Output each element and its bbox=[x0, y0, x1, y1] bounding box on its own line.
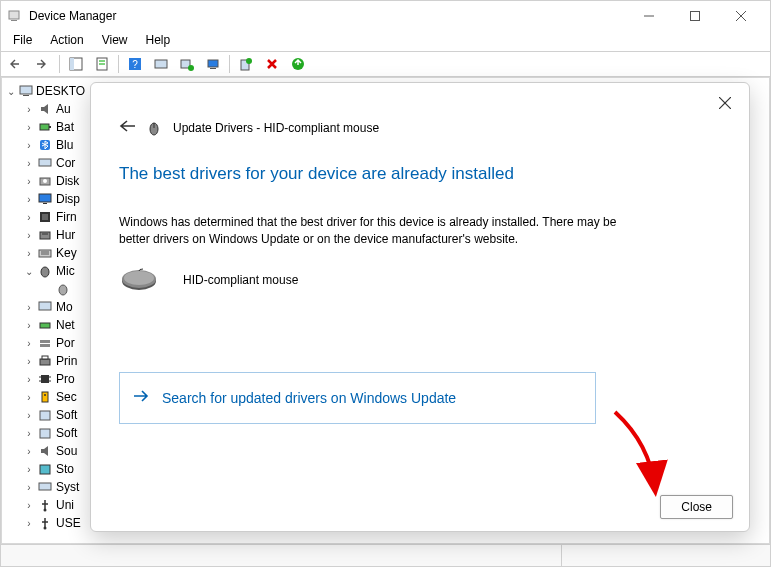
minimize-button[interactable] bbox=[626, 1, 672, 31]
chevron-icon[interactable]: › bbox=[24, 338, 34, 349]
chevron-icon[interactable]: › bbox=[24, 518, 34, 529]
chevron-icon[interactable]: › bbox=[24, 446, 34, 457]
tree-item-label: Sec bbox=[56, 390, 77, 404]
device-image-icon bbox=[119, 268, 159, 292]
svg-rect-41 bbox=[40, 323, 50, 328]
tree-item-label: Soft bbox=[56, 426, 77, 440]
svg-rect-24 bbox=[49, 126, 51, 128]
chevron-icon[interactable]: › bbox=[24, 158, 34, 169]
svg-rect-22 bbox=[23, 95, 29, 96]
svg-rect-30 bbox=[43, 203, 47, 204]
svg-point-39 bbox=[59, 285, 67, 295]
mouse-sub-icon bbox=[55, 281, 71, 297]
svg-rect-43 bbox=[40, 344, 50, 347]
chevron-icon[interactable]: › bbox=[24, 482, 34, 493]
chevron-icon[interactable]: › bbox=[24, 104, 34, 115]
network-icon bbox=[37, 317, 53, 333]
toolbar: ? bbox=[1, 51, 770, 77]
svg-rect-40 bbox=[39, 302, 51, 310]
forward-icon[interactable] bbox=[31, 53, 55, 75]
chevron-icon[interactable]: ⌄ bbox=[24, 266, 34, 277]
help-icon[interactable]: ? bbox=[123, 53, 147, 75]
security-icon bbox=[37, 389, 53, 405]
chevron-icon[interactable]: › bbox=[24, 122, 34, 133]
chevron-icon[interactable]: › bbox=[24, 140, 34, 151]
update-driver-icon[interactable] bbox=[201, 53, 225, 75]
battery-icon bbox=[37, 119, 53, 135]
chevron-icon[interactable]: › bbox=[24, 356, 34, 367]
device-name-label: HID-compliant mouse bbox=[183, 273, 298, 287]
svg-rect-3 bbox=[691, 12, 700, 21]
software2-icon bbox=[37, 425, 53, 441]
svg-rect-26 bbox=[39, 159, 51, 166]
windows-update-link[interactable]: Search for updated drivers on Windows Up… bbox=[119, 372, 596, 424]
usb2-icon bbox=[37, 515, 53, 531]
firmware-icon bbox=[37, 209, 53, 225]
menu-help[interactable]: Help bbox=[138, 31, 179, 51]
chevron-icon[interactable]: › bbox=[24, 410, 34, 421]
keyboard-icon bbox=[37, 245, 53, 261]
tree-item-label: Blu bbox=[56, 138, 73, 152]
app-icon bbox=[7, 8, 23, 24]
window-title: Device Manager bbox=[29, 9, 116, 23]
svg-rect-1 bbox=[11, 20, 17, 21]
disable-icon[interactable] bbox=[260, 53, 284, 75]
system-icon bbox=[37, 479, 53, 495]
tree-item-label: Firn bbox=[56, 210, 77, 224]
tree-item-label: Por bbox=[56, 336, 75, 350]
chevron-icon[interactable]: › bbox=[24, 212, 34, 223]
add-device-icon[interactable] bbox=[175, 53, 199, 75]
tree-root-label: DESKTO bbox=[36, 84, 85, 98]
chevron-down-icon[interactable]: ⌄ bbox=[6, 86, 16, 97]
chevron-icon[interactable]: › bbox=[24, 320, 34, 331]
svg-rect-7 bbox=[70, 58, 74, 70]
menu-action[interactable]: Action bbox=[42, 31, 91, 51]
tree-item-label: Syst bbox=[56, 480, 79, 494]
dialog-heading: The best drivers for your device are alr… bbox=[119, 164, 721, 184]
enable-icon[interactable] bbox=[286, 53, 310, 75]
chevron-icon[interactable]: › bbox=[24, 194, 34, 205]
svg-rect-21 bbox=[20, 86, 32, 94]
back-icon[interactable] bbox=[5, 53, 29, 75]
mouse-icon bbox=[147, 120, 163, 136]
monitor-icon bbox=[37, 299, 53, 315]
chevron-icon[interactable]: › bbox=[24, 428, 34, 439]
dialog-back-button[interactable] bbox=[119, 117, 137, 138]
update-drivers-dialog: Update Drivers - HID-compliant mouse The… bbox=[90, 82, 750, 532]
chevron-icon[interactable]: › bbox=[24, 464, 34, 475]
chevron-icon[interactable]: › bbox=[24, 302, 34, 313]
tree-item-label: USE bbox=[56, 516, 81, 530]
chevron-icon[interactable]: › bbox=[24, 248, 34, 259]
scan-hardware-icon[interactable] bbox=[149, 53, 173, 75]
chevron-icon[interactable]: › bbox=[24, 230, 34, 241]
properties-icon[interactable] bbox=[90, 53, 114, 75]
svg-point-58 bbox=[44, 527, 47, 530]
tree-item-label: Disp bbox=[56, 192, 80, 206]
svg-rect-53 bbox=[40, 411, 50, 420]
svg-rect-54 bbox=[40, 429, 50, 438]
tree-item-label: Mic bbox=[56, 264, 75, 278]
svg-point-38 bbox=[41, 267, 49, 277]
display-icon bbox=[37, 191, 53, 207]
dialog-close-button[interactable] bbox=[713, 91, 737, 115]
chevron-icon[interactable]: › bbox=[24, 500, 34, 511]
tree-item-label: Hur bbox=[56, 228, 75, 242]
menu-file[interactable]: File bbox=[5, 31, 40, 51]
audio-icon bbox=[37, 101, 53, 117]
tree-item-label: Uni bbox=[56, 498, 74, 512]
svg-rect-17 bbox=[210, 68, 216, 69]
uninstall-icon[interactable] bbox=[234, 53, 258, 75]
close-window-button[interactable] bbox=[718, 1, 764, 31]
tree-item-label: Net bbox=[56, 318, 75, 332]
show-hide-icon[interactable] bbox=[64, 53, 88, 75]
arrow-right-icon bbox=[132, 389, 150, 407]
chevron-icon[interactable]: › bbox=[24, 374, 34, 385]
tree-item-label: Prin bbox=[56, 354, 77, 368]
maximize-button[interactable] bbox=[672, 1, 718, 31]
chevron-icon[interactable]: › bbox=[24, 176, 34, 187]
svg-rect-55 bbox=[40, 465, 50, 474]
close-button[interactable]: Close bbox=[660, 495, 733, 519]
svg-rect-51 bbox=[42, 392, 48, 402]
chevron-icon[interactable]: › bbox=[24, 392, 34, 403]
menu-view[interactable]: View bbox=[94, 31, 136, 51]
